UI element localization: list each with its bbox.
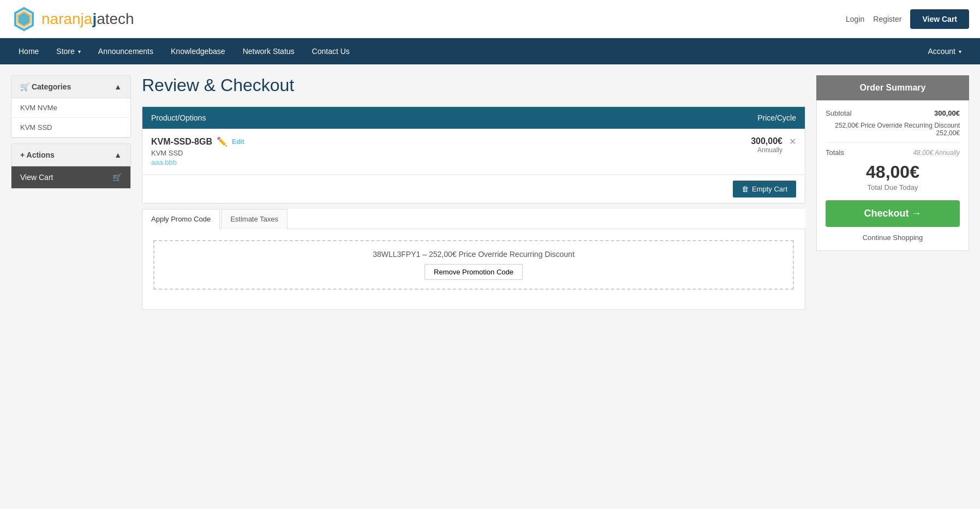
logo-icon: [11, 6, 37, 32]
table-row: KVM-SSD-8GB ✏️ Edit KVM SSD aaa.bbb 300,…: [142, 129, 805, 175]
cart-table-header: Product/Options Price/Cycle: [142, 107, 805, 129]
col-price-header: Price/Cycle: [709, 113, 796, 122]
order-summary: Order Summary Subtotal 300,00€ 252,00€ P…: [816, 75, 969, 310]
cart-icon: 🛒: [20, 82, 29, 91]
view-cart-top-button[interactable]: View Cart: [910, 9, 969, 29]
store-arrow-icon: ▾: [78, 49, 81, 55]
top-right-actions: Login Register View Cart: [846, 9, 969, 29]
price-col: 300,00€ Annually: [695, 136, 782, 154]
totals-row: Totals 48,00€ Annually: [826, 148, 960, 157]
nav-store[interactable]: Store ▾: [49, 38, 88, 64]
edit-icon: ✏️: [217, 136, 228, 147]
promo-applied-info: 38WLL3FPY1 – 252,00€ Price Override Recu…: [153, 240, 794, 290]
tab-apply-promo[interactable]: Apply Promo Code: [142, 209, 220, 229]
actions-header[interactable]: + Actions ▲: [11, 144, 130, 166]
page-title: Review & Checkout: [142, 75, 805, 95]
order-summary-body: Subtotal 300,00€ 252,00€ Price Override …: [816, 100, 969, 251]
cart-table: Product/Options Price/Cycle KVM-SSD-8GB …: [142, 106, 805, 203]
nav-account: Account ▾: [920, 38, 969, 64]
nav-announcements[interactable]: Announcements: [91, 38, 161, 64]
checkout-area: Review & Checkout Product/Options Price/…: [142, 75, 805, 310]
product-info: KVM-SSD-8GB ✏️ Edit KVM SSD aaa.bbb: [151, 136, 695, 166]
product-sub: KVM SSD: [151, 149, 695, 157]
checkout-button[interactable]: Checkout →: [826, 200, 960, 227]
remove-item-button[interactable]: ✕: [789, 136, 796, 147]
empty-cart-button[interactable]: 🗑 Empty Cart: [733, 181, 796, 197]
register-link[interactable]: Register: [873, 15, 901, 23]
nav-left: Home Store ▾ Announcements Knowledgebase…: [11, 38, 357, 64]
categories-header[interactable]: 🛒 Categories ▲: [11, 76, 130, 98]
empty-cart-row: 🗑 Empty Cart: [142, 175, 805, 203]
summary-divider: [826, 142, 960, 143]
categories-section: 🛒 Categories ▲ KVM NVMe KVM SSD: [11, 75, 131, 138]
nav-home[interactable]: Home: [11, 38, 46, 64]
top-bar: naranjajatech Login Register View Cart: [0, 0, 980, 38]
account-arrow-icon: ▾: [959, 49, 961, 55]
nav-network-status[interactable]: Network Status: [235, 38, 302, 64]
remove-promo-button[interactable]: Remove Promotion Code: [425, 264, 523, 280]
login-link[interactable]: Login: [846, 15, 864, 23]
subtotal-row: Subtotal 300,00€: [826, 109, 960, 117]
main-content: 🛒 Categories ▲ KVM NVMe KVM SSD + Action…: [0, 64, 980, 321]
total-due-label: Total Due Today: [826, 183, 960, 191]
nav-account-link[interactable]: Account ▾: [920, 38, 969, 64]
sidebar-view-cart[interactable]: View Cart 🛒: [11, 166, 130, 188]
actions-collapse-icon: ▲: [114, 151, 122, 159]
logo: naranjajatech: [11, 6, 134, 32]
sidebar-item-kvm-ssd[interactable]: KVM SSD: [11, 118, 130, 137]
product-name: KVM-SSD-8GB ✏️ Edit: [151, 136, 695, 147]
nav-knowledgebase[interactable]: Knowledgebase: [163, 38, 233, 64]
order-summary-header: Order Summary: [816, 75, 969, 100]
total-due: 48,00€: [826, 162, 960, 182]
edit-link[interactable]: Edit: [232, 138, 244, 146]
sidebar: 🛒 Categories ▲ KVM NVMe KVM SSD + Action…: [11, 75, 131, 310]
tab-content: 38WLL3FPY1 – 252,00€ Price Override Recu…: [142, 229, 805, 310]
logo-text: naranjajatech: [41, 10, 134, 28]
cart-icon-active: 🛒: [112, 173, 122, 182]
plus-icon: +: [20, 151, 25, 159]
trash-icon: 🗑: [742, 185, 749, 193]
discount-row: 252,00€ Price Override Recurring Discoun…: [826, 122, 960, 137]
tabs-container: Apply Promo Code Estimate Taxes 38WLL3FP…: [142, 209, 805, 310]
col-product-header: Product/Options: [151, 113, 709, 122]
sidebar-item-kvm-nvme[interactable]: KVM NVMe: [11, 98, 130, 118]
tabs: Apply Promo Code Estimate Taxes: [142, 209, 805, 229]
product-domain: aaa.bbb: [151, 158, 695, 166]
actions-section: + Actions ▲ View Cart 🛒: [11, 143, 131, 189]
nav-bar: Home Store ▾ Announcements Knowledgebase…: [0, 38, 980, 64]
tab-estimate-taxes[interactable]: Estimate Taxes: [221, 209, 288, 229]
continue-shopping-link[interactable]: Continue Shopping: [826, 233, 960, 242]
collapse-icon: ▲: [114, 82, 122, 91]
nav-contact-us[interactable]: Contact Us: [304, 38, 357, 64]
